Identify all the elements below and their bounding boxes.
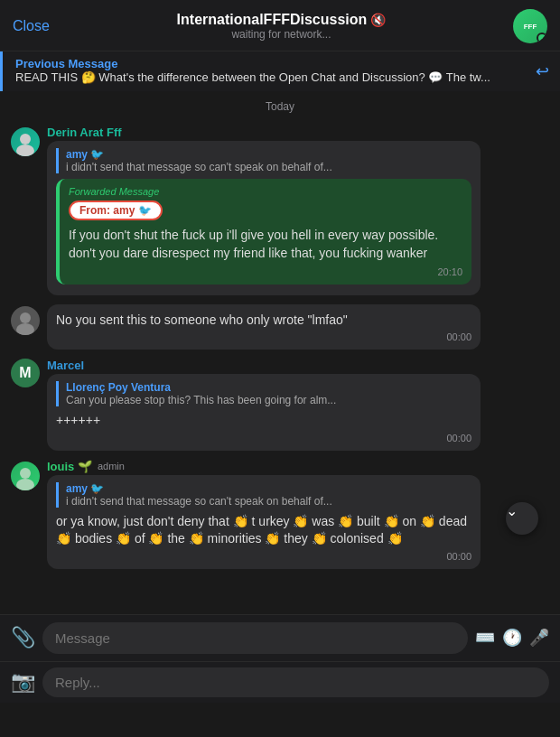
reply-icon: ↩ — [536, 61, 549, 81]
clock-icon[interactable]: 🕐 — [502, 628, 522, 648]
message-group: Derin Arat Fff amy 🐦 i didn't send that … — [0, 122, 560, 299]
svg-point-0 — [20, 134, 31, 145]
message-group: M Marcel Llorenç Poy Ventura Can you ple… — [0, 355, 560, 454]
chat-title: InternationalFFFDiscussion 🔇 — [50, 12, 513, 28]
reply-text: i didn't send that message so can't spea… — [66, 495, 445, 508]
svg-point-3 — [16, 323, 34, 335]
connection-status: waiting for network... — [50, 28, 513, 41]
previous-message-text: READ THIS 🤔 What's the difference betwee… — [15, 70, 503, 84]
reply-sender: amy 🐦 — [66, 148, 471, 161]
keyboard-icon[interactable]: ⌨️ — [475, 628, 495, 648]
message-time: 00:00 — [56, 551, 471, 562]
svg-point-4 — [20, 468, 31, 479]
sender-name: louis 🌱 admin — [47, 460, 481, 473]
sender-name: Marcel — [47, 359, 481, 372]
avatar: M — [11, 359, 40, 387]
reply-sender: amy 🐦 — [66, 482, 471, 495]
previous-message-banner[interactable]: Previous Message READ THIS 🤔 What's the … — [0, 51, 560, 91]
chat-area: Today Derin Arat Fff amy 🐦 i didn't send… — [0, 91, 560, 614]
reply-quote: amy 🐦 i didn't send that message so can'… — [56, 148, 471, 173]
message-time: 00:00 — [56, 331, 471, 342]
message-bubble: amy 🐦 i didn't send that message so can'… — [47, 475, 481, 569]
sender-name: Derin Arat Fff — [47, 126, 481, 139]
date-divider: Today — [0, 91, 560, 122]
attach-icon[interactable]: 📎 — [11, 626, 35, 649]
message-input[interactable] — [42, 622, 468, 654]
reply-text: Can you please stop this? This has been … — [66, 394, 445, 406]
scroll-down-button[interactable]: ⌄ — [506, 502, 538, 535]
camera-icon[interactable]: 📷 — [11, 670, 35, 694]
online-badge — [537, 33, 547, 43]
message-content: Derin Arat Fff amy 🐦 i didn't send that … — [47, 126, 481, 295]
message-time: 20:10 — [69, 266, 462, 277]
reply-bar: 📷 — [0, 661, 560, 703]
reply-quote: amy 🐦 i didn't send that message so can'… — [56, 482, 471, 508]
avatar — [11, 127, 40, 156]
reply-input[interactable] — [42, 667, 549, 697]
reply-sender: Llorenç Poy Ventura — [66, 381, 471, 394]
svg-point-2 — [20, 313, 31, 323]
previous-message-label: Previous Message — [15, 57, 547, 70]
message-time: 00:00 — [56, 433, 471, 443]
avatar — [11, 462, 40, 490]
message-bubble: Llorenç Poy Ventura Can you please stop … — [47, 374, 481, 451]
reply-quote: Llorenç Poy Ventura Can you please stop … — [56, 381, 471, 406]
message-group: No you sent this to someone who only wro… — [0, 301, 560, 354]
message-bubble: amy 🐦 i didn't send that message so can'… — [47, 141, 481, 295]
message-content: louis 🌱 admin amy 🐦 i didn't send that m… — [47, 460, 481, 569]
avatar — [11, 306, 40, 335]
admin-badge: admin — [98, 461, 125, 471]
forwarded-from: From: amy 🐦 — [69, 201, 163, 220]
mic-icon[interactable]: 🎤 — [529, 628, 549, 648]
group-avatar: FFF — [513, 9, 547, 43]
reply-text: i didn't send that message so can't spea… — [66, 161, 445, 173]
forwarded-text: If you don't shut the fuck up i'll give … — [69, 226, 462, 263]
bubble-text: ++++++ — [56, 412, 471, 430]
bubble-text: or ya know, just don't deny that 👏 t urk… — [56, 513, 471, 548]
forwarded-message: Forwarded Message From: amy 🐦 If you don… — [56, 179, 471, 285]
message-bubble: No you sent this to someone who only wro… — [47, 304, 481, 350]
chat-header: Close InternationalFFFDiscussion 🔇 waiti… — [0, 0, 560, 51]
mute-icon: 🔇 — [370, 13, 386, 27]
input-icons: ⌨️ 🕐 🎤 — [475, 628, 549, 648]
close-button[interactable]: Close — [13, 18, 50, 34]
message-content: Marcel Llorenç Poy Ventura Can you pleas… — [47, 359, 481, 451]
bubble-text: No you sent this to someone who only wro… — [56, 312, 471, 330]
forwarded-label: Forwarded Message — [69, 186, 462, 197]
svg-point-1 — [16, 145, 34, 156]
message-group: louis 🌱 admin amy 🐦 i didn't send that m… — [0, 456, 560, 573]
svg-point-5 — [16, 479, 34, 490]
message-input-area: 📎 ⌨️ 🕐 🎤 — [0, 614, 560, 661]
message-content: No you sent this to someone who only wro… — [47, 304, 481, 350]
header-center: InternationalFFFDiscussion 🔇 waiting for… — [50, 12, 513, 41]
